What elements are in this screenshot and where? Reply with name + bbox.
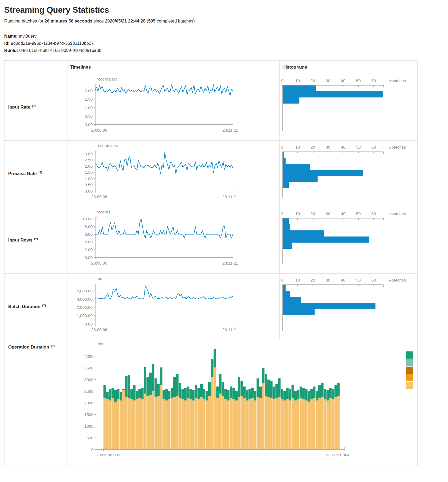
svg-text:23:11:21: 23:11:21 [222,327,238,332]
svg-text:2.00: 2.00 [85,88,93,93]
input-rate-histogram-cell: 0102030405060#batches [280,74,418,141]
svg-text:40: 40 [341,78,346,83]
running-duration: 26 minutes 56 seconds [44,19,92,23]
svg-text:30: 30 [326,278,331,282]
svg-text:records/sec: records/sec [97,143,118,148]
start-timestamp: 2020/05/21 22:44:28 [105,19,146,23]
svg-text:2.00: 2.00 [85,164,93,168]
legend-swatch [406,374,413,381]
svg-text:10: 10 [295,145,300,149]
svg-text:50: 50 [356,278,361,282]
svg-text:10: 10 [295,78,300,83]
batch-duration-label-cell: Batch Duration (?) [4,274,67,340]
svg-text:30: 30 [326,78,331,83]
process-rate-label-cell: Process Rate (?) [4,141,67,207]
operation-duration-chart-cell: ms0500100015002000250030003500400023:06:… [67,340,418,466]
batch-duration-histogram-chart: 0102030405060#batches [280,274,417,340]
input-rate-histogram-chart: 0102030405060#batches [280,74,417,140]
legend-swatch [406,351,413,359]
svg-text:4.00: 4.00 [85,240,93,244]
batch-duration-help-marker[interactable]: (?) [42,304,46,307]
svg-text:2,000.00: 2,000.00 [77,305,93,310]
svg-text:10.00: 10.00 [82,217,93,221]
summary-paren: ( [146,19,148,23]
svg-text:40: 40 [341,211,346,216]
svg-text:0: 0 [281,278,284,282]
input-rows-help-marker[interactable]: (?) [34,237,38,240]
svg-text:10: 10 [295,211,300,216]
timelines-column-header: Timelines [67,61,280,74]
query-id-line: Id: 9d0dd219-995d-423e-b97d-36931110bb27 [4,40,444,47]
svg-text:23:11:21.864: 23:11:21.864 [326,453,350,457]
batch-duration-timeline-chart: ms0.001,000.002,000.003,000.004,000.0023… [67,274,279,340]
process-rate-histogram-cell: 0102030405060#batches [280,141,418,207]
svg-text:0: 0 [281,145,284,149]
svg-text:1.50: 1.50 [85,170,93,175]
summary-suffix: completed batches) [155,19,195,23]
process-rate-histogram-chart: 0102030405060#batches [280,141,417,207]
svg-text:1000: 1000 [84,424,94,429]
svg-text:0.00: 0.00 [85,255,93,260]
query-name-line: Name: myQuery [4,33,444,40]
metric-label-input-rows: Input Rows [8,238,33,243]
svg-text:3500: 3500 [84,366,94,370]
svg-text:500: 500 [87,436,93,440]
metric-label-operation-duration: Operation Duration [8,345,49,350]
svg-text:60: 60 [371,78,376,83]
svg-text:0: 0 [281,78,284,83]
metric-label-input-rate: Input Rate [8,105,30,110]
svg-text:3,000.00: 3,000.00 [77,297,93,301]
svg-text:20: 20 [310,211,315,216]
svg-text:2500: 2500 [84,389,94,394]
input-rate-help-marker[interactable]: (?) [32,104,36,108]
process-rate-help-marker[interactable]: (?) [38,171,42,174]
svg-text:1.00: 1.00 [85,105,93,110]
svg-text:0: 0 [281,211,284,216]
svg-text:23:06:06: 23:06:06 [91,327,107,332]
svg-text:20: 20 [310,78,315,83]
svg-text:20: 20 [310,145,315,149]
svg-text:4,000.00: 4,000.00 [77,289,93,293]
completed-batch-count: 505 [148,19,156,23]
svg-text:4000: 4000 [84,354,94,359]
query-runid-line: RunId: 04e101e6-8bf8-4165-9099-9104c951b… [4,47,444,54]
metric-column-header [4,61,67,74]
svg-text:1.00: 1.00 [85,176,93,181]
svg-text:2000: 2000 [84,401,94,405]
svg-text:50: 50 [356,211,361,216]
input-rate-timeline-cell: records/sec0.000.501.001.502.0023:06:062… [67,74,280,141]
operation-duration-stacked-chart: ms0500100015002000250030003500400023:06:… [67,340,417,466]
svg-text:ms: ms [97,276,102,281]
input-rows-label-cell: Input Rows (?) [4,207,67,274]
svg-text:records: records [97,210,110,214]
batch-duration-timeline-cell: ms0.001,000.002,000.003,000.004,000.0023… [67,274,280,340]
operation-duration-help-marker[interactable]: (?) [51,344,55,347]
batch-duration-histogram-cell: 0102030405060#batches [280,274,418,340]
statistics-table: Timelines Histograms Input Rate (?) reco… [4,60,418,466]
input-rows-timeline-chart: records0.002.004.006.008.0010.0023:06:06… [67,207,279,273]
svg-text:3.00: 3.00 [85,151,93,156]
svg-text:20: 20 [310,278,315,282]
svg-text:23:06:06: 23:06:06 [91,194,107,199]
input-rate-label-cell: Input Rate (?) [4,74,67,141]
svg-text:60: 60 [371,145,376,149]
legend-swatch [406,382,413,389]
svg-text:0.00: 0.00 [85,322,93,326]
svg-text:2.00: 2.00 [85,247,93,252]
svg-text:40: 40 [341,278,346,282]
process-rate-timeline-chart: records/sec0.000.501.001.502.002.503.002… [67,141,279,207]
svg-text:23:06:06: 23:06:06 [91,128,107,132]
input-rows-timeline-cell: records0.002.004.006.008.0010.0023:06:06… [67,207,280,274]
input-rows-row: Input Rows (?) records0.002.004.006.008.… [4,207,418,274]
svg-text:60: 60 [371,211,376,216]
table-header-row: Timelines Histograms [4,61,418,74]
svg-text:#batches: #batches [389,78,406,83]
running-batches-summary: Running batches for 26 minutes 56 second… [4,19,444,24]
svg-text:0.50: 0.50 [85,182,93,187]
streaming-query-statistics-page: Streaming Query Statistics Running batch… [0,0,448,470]
histograms-column-header: Histograms [280,61,418,74]
input-rows-histogram-cell: 0102030405060#batches [280,207,418,274]
svg-text:0.50: 0.50 [85,114,93,118]
svg-text:23:06:06: 23:06:06 [91,261,107,265]
input-rate-timeline-chart: records/sec0.000.501.001.502.0023:06:062… [67,74,279,140]
